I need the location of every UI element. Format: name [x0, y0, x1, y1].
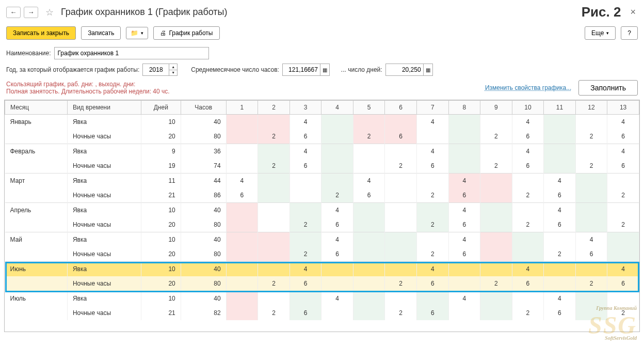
schedule-table: МесяцВид времениДнейЧасов123456789101112… — [5, 100, 639, 320]
col-day: 6 — [385, 101, 417, 115]
col-days: Дней — [141, 101, 181, 115]
fill-button[interactable]: Заполнить — [578, 80, 638, 96]
nav-back-button[interactable]: ← — [6, 7, 21, 18]
table-row[interactable]: ФевральЯвка9364444 — [5, 144, 639, 159]
workweek-info: Полная занятость. Длительность рабочей н… — [6, 88, 170, 95]
col-day: 13 — [607, 101, 639, 115]
printer-icon: 🖨 — [160, 29, 166, 37]
figure-label: Рис. 2 — [582, 4, 621, 20]
save-and-close-button[interactable]: Записать и закрыть — [6, 26, 76, 40]
col-day: 2 — [258, 101, 290, 115]
nav-forward-button[interactable]: → — [24, 7, 38, 18]
col-day: 7 — [416, 101, 448, 115]
schedule-table-container[interactable]: МесяцВид времениДнейЧасов123456789101112… — [4, 100, 640, 332]
col-month: Месяц — [5, 101, 68, 115]
table-row[interactable]: МартЯвка11444444 — [5, 174, 639, 188]
avg-days-field[interactable]: ▦ — [385, 64, 433, 76]
schedule-type-info: Скользящий график, раб. дни: , выходн. д… — [6, 81, 170, 88]
col-day: 8 — [448, 101, 480, 115]
folder-icon: 📁 — [131, 29, 138, 37]
more-button[interactable]: Еще▾ — [585, 26, 616, 40]
attachments-button[interactable]: 📁▾ — [126, 27, 148, 39]
table-row[interactable]: АпрельЯвка1040444 — [5, 203, 639, 218]
col-day: 1 — [226, 101, 258, 115]
year-down-icon[interactable]: ▼ — [169, 70, 177, 76]
save-button[interactable]: Записать — [81, 26, 121, 40]
col-day: 3 — [289, 101, 321, 115]
name-input[interactable] — [54, 47, 209, 59]
table-row[interactable]: ЯнварьЯвка10404444 — [5, 115, 639, 130]
year-input[interactable] — [143, 64, 169, 75]
col-day: 11 — [544, 101, 576, 115]
col-day: 10 — [512, 101, 544, 115]
table-row[interactable]: Ночные часы208026262626 — [5, 129, 639, 144]
avg-days-input[interactable] — [386, 64, 423, 75]
avg-hours-field[interactable]: ▦ — [282, 64, 330, 76]
year-stepper[interactable]: ▲▼ — [142, 64, 178, 76]
year-up-icon[interactable]: ▲ — [169, 64, 177, 70]
col-hours: Часов — [181, 101, 226, 115]
table-row[interactable]: Ночные часы208026262626 — [5, 276, 639, 291]
page-title: График охранников 1 (График работы) — [61, 7, 578, 18]
table-row[interactable]: Ночные часы20802626262 — [5, 217, 639, 232]
edit-schedule-props-link[interactable]: Изменить свойства графика... — [485, 84, 571, 91]
col-day: 5 — [353, 101, 385, 115]
table-row[interactable]: Ночные часы2080262626 — [5, 247, 639, 262]
name-label: Наименование: — [6, 50, 51, 57]
avg-days-label: ... число дней: — [341, 66, 382, 73]
calc-icon[interactable]: ▦ — [320, 64, 329, 75]
calc-icon[interactable]: ▦ — [423, 64, 432, 75]
table-row[interactable]: ИюньЯвка10404444 — [5, 262, 639, 277]
col-day: 12 — [575, 101, 607, 115]
col-day: 9 — [480, 101, 512, 115]
avg-hours-input[interactable] — [283, 64, 320, 75]
table-row[interactable]: Ночные часы197426262626 — [5, 159, 639, 174]
favorite-icon[interactable]: ☆ — [45, 7, 54, 18]
table-row[interactable]: ИюльЯвка1040444 — [5, 291, 639, 306]
help-button[interactable]: ? — [621, 26, 638, 40]
table-row[interactable]: Ночные часы218662626262 — [5, 188, 639, 203]
year-label: Год, за который отображается график рабо… — [6, 66, 139, 73]
table-row[interactable]: Ночные часы21822626262 — [5, 306, 639, 320]
print-schedule-button[interactable]: 🖨График работы — [153, 26, 219, 40]
table-row[interactable]: МайЯвка1040444 — [5, 232, 639, 247]
avg-hours-label: Среднемесячное число часов: — [191, 66, 279, 73]
col-day: 4 — [321, 101, 353, 115]
col-type: Вид времени — [67, 101, 141, 115]
close-icon[interactable]: × — [628, 7, 638, 18]
